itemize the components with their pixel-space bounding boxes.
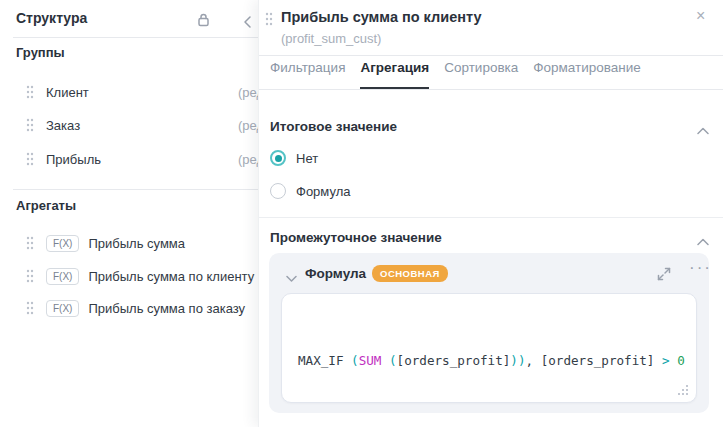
settings-tabs: Фильтрация Агрегация Сортировка Форматир…: [270, 60, 641, 89]
drag-handle-icon[interactable]: [26, 269, 34, 283]
formula-badge: F(X): [46, 268, 79, 285]
resize-grip-icon[interactable]: [677, 384, 689, 396]
group-item-label: Заказ: [46, 118, 80, 133]
radio-unselected-icon[interactable]: [270, 183, 286, 199]
aggregate-item-label: Прибыль сумма по клиенту: [88, 269, 254, 284]
expand-icon[interactable]: [657, 267, 671, 285]
divider: [259, 217, 723, 218]
intermediate-value-section-title: Промежуточное значение: [270, 230, 442, 245]
divider: [259, 55, 723, 56]
group-item-client[interactable]: Клиент (ред.: [16, 81, 258, 103]
aggregate-item-profit-sum-order[interactable]: F(X) Прибыль сумма по заказу: [16, 297, 258, 319]
aggregate-item-profit-sum-cust[interactable]: F(X) Прибыль сумма по клиенту: [16, 265, 258, 287]
radio-label: Формула: [296, 184, 350, 199]
drag-handle-icon[interactable]: [26, 236, 34, 250]
close-icon[interactable]: ×: [696, 8, 705, 24]
chevron-up-icon[interactable]: [697, 232, 709, 250]
group-item-edit-hint[interactable]: (ред.: [238, 85, 258, 100]
divider: [259, 89, 723, 90]
field-settings-panel: Прибыль сумма по клиенту (profit_sum_cus…: [258, 0, 723, 427]
formula-code-line: MAX_IF (SUM ([orders_profit])), [orders_…: [298, 350, 682, 372]
formula-card: Формула ОСНОВНАЯ ··· MAX_IF (SUM ([order…: [269, 253, 709, 413]
group-item-label: Прибыль: [46, 152, 101, 167]
panel-title: Прибыль сумма по клиенту: [281, 9, 482, 25]
more-menu-icon[interactable]: ···: [689, 258, 712, 278]
group-item-order[interactable]: Заказ (ред.: [16, 114, 258, 136]
radio-selected-icon[interactable]: [270, 150, 286, 166]
group-item-label: Клиент: [46, 85, 89, 100]
screen: Структура Группы Клиент (ред. Заказ (ред…: [0, 0, 723, 427]
aggregate-item-profit-sum[interactable]: F(X) Прибыль сумма: [16, 232, 258, 254]
drag-handle-icon[interactable]: [26, 85, 34, 99]
divider: [13, 37, 258, 38]
tab-aggregation[interactable]: Агрегация: [360, 60, 429, 89]
aggregates-header: Агрегаты: [16, 198, 76, 213]
aggregate-item-label: Прибыль сумма по заказу: [88, 301, 245, 316]
groups-header: Группы: [16, 45, 65, 60]
structure-panel-title: Структура: [16, 10, 87, 26]
chevron-up-icon[interactable]: [697, 121, 709, 139]
tab-filtering[interactable]: Фильтрация: [270, 60, 345, 89]
aggregate-item-label: Прибыль сумма: [88, 236, 185, 251]
panel-subtitle: (profit_sum_cust): [281, 31, 381, 46]
formula-code[interactable]: MAX_IF (SUM ([orders_profit])), [orders_…: [298, 306, 682, 403]
group-item-profit[interactable]: Прибыль (ред.: [16, 148, 258, 170]
formula-card-title: Формула: [305, 266, 366, 281]
total-value-option-none[interactable]: Нет: [270, 150, 318, 166]
primary-badge: ОСНОВНАЯ: [372, 265, 448, 282]
formula-editor[interactable]: MAX_IF (SUM ([orders_profit])), [orders_…: [281, 293, 697, 403]
divider: [13, 189, 258, 190]
formula-badge: F(X): [46, 300, 79, 317]
total-value-section-title: Итоговое значение: [270, 119, 397, 134]
tab-sorting[interactable]: Сортировка: [444, 60, 518, 89]
chevron-down-icon[interactable]: [286, 269, 297, 287]
radio-label: Нет: [296, 151, 318, 166]
drag-handle-icon[interactable]: [26, 152, 34, 166]
drag-handle-icon[interactable]: [26, 301, 34, 315]
chevron-left-icon[interactable]: [243, 14, 253, 32]
drag-handle-icon[interactable]: [26, 118, 34, 132]
total-value-option-formula[interactable]: Формула: [270, 183, 350, 199]
group-item-edit-hint[interactable]: (ред.: [238, 152, 258, 167]
drag-handle-icon[interactable]: [265, 12, 273, 26]
lock-icon[interactable]: [196, 12, 211, 32]
structure-panel: Структура Группы Клиент (ред. Заказ (ред…: [0, 0, 258, 427]
tab-formatting[interactable]: Форматирование: [533, 60, 641, 89]
group-item-edit-hint[interactable]: (ред.: [238, 118, 258, 133]
formula-badge: F(X): [46, 235, 79, 252]
